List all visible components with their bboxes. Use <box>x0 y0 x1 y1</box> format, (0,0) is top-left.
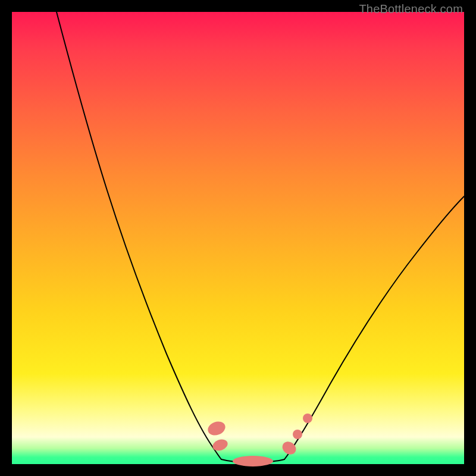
curve-left-branch <box>57 12 221 459</box>
chart-stage: TheBottleneck.com <box>0 0 476 476</box>
marker-dot <box>293 430 302 439</box>
trough-markers <box>206 414 312 466</box>
marker-pill <box>206 419 227 438</box>
plot-area <box>12 12 464 464</box>
marker-pill <box>211 437 230 453</box>
watermark-text: TheBottleneck.com <box>359 2 463 16</box>
marker-pill <box>233 456 273 466</box>
bottleneck-curve <box>12 12 464 464</box>
marker-dot <box>303 414 312 423</box>
marker-pill <box>280 439 298 457</box>
